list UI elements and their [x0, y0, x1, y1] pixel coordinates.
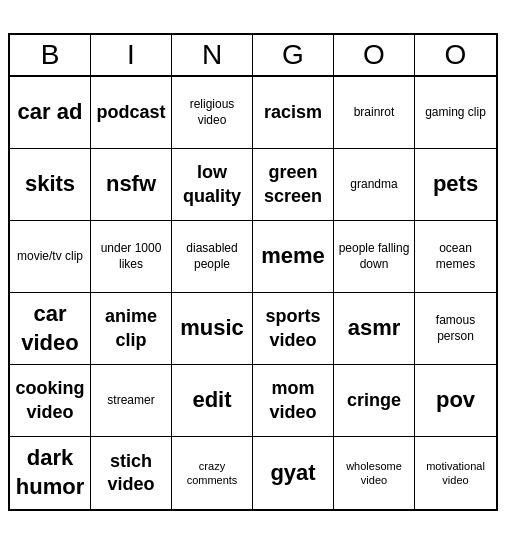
- bingo-cell: under 1000 likes: [91, 221, 172, 293]
- bingo-cell: car ad: [10, 77, 91, 149]
- bingo-cell: nsfw: [91, 149, 172, 221]
- bingo-cell: streamer: [91, 365, 172, 437]
- bingo-cell: cooking video: [10, 365, 91, 437]
- bingo-cell: anime clip: [91, 293, 172, 365]
- header-letter: G: [253, 35, 334, 75]
- bingo-cell: meme: [253, 221, 334, 293]
- bingo-cell: stich video: [91, 437, 172, 509]
- header-letter: N: [172, 35, 253, 75]
- bingo-cell: gyat: [253, 437, 334, 509]
- bingo-cell: gaming clip: [415, 77, 496, 149]
- bingo-cell: ocean memes: [415, 221, 496, 293]
- bingo-cell: podcast: [91, 77, 172, 149]
- bingo-cell: people falling down: [334, 221, 415, 293]
- bingo-cell: brainrot: [334, 77, 415, 149]
- bingo-cell: crazy comments: [172, 437, 253, 509]
- bingo-cell: pets: [415, 149, 496, 221]
- bingo-cell: car video: [10, 293, 91, 365]
- header-letter: I: [91, 35, 172, 75]
- bingo-cell: famous person: [415, 293, 496, 365]
- bingo-cell: cringe: [334, 365, 415, 437]
- bingo-cell: movie/tv clip: [10, 221, 91, 293]
- bingo-cell: grandma: [334, 149, 415, 221]
- bingo-cell: diasabled people: [172, 221, 253, 293]
- bingo-cell: racism: [253, 77, 334, 149]
- bingo-cell: skits: [10, 149, 91, 221]
- bingo-cell: green screen: [253, 149, 334, 221]
- bingo-cell: music: [172, 293, 253, 365]
- bingo-header: BINGOO: [10, 35, 496, 77]
- bingo-cell: religious video: [172, 77, 253, 149]
- bingo-cell: sports video: [253, 293, 334, 365]
- header-letter: B: [10, 35, 91, 75]
- bingo-cell: dark humor: [10, 437, 91, 509]
- bingo-cell: mom video: [253, 365, 334, 437]
- bingo-cell: edit: [172, 365, 253, 437]
- header-letter: O: [415, 35, 496, 75]
- bingo-cell: wholesome video: [334, 437, 415, 509]
- bingo-card: BINGOO car adpodcastreligious videoracis…: [8, 33, 498, 511]
- bingo-cell: pov: [415, 365, 496, 437]
- header-letter: O: [334, 35, 415, 75]
- bingo-cell: asmr: [334, 293, 415, 365]
- bingo-cell: low quality: [172, 149, 253, 221]
- bingo-grid: car adpodcastreligious videoracismbrainr…: [10, 77, 496, 509]
- bingo-cell: motivational video: [415, 437, 496, 509]
